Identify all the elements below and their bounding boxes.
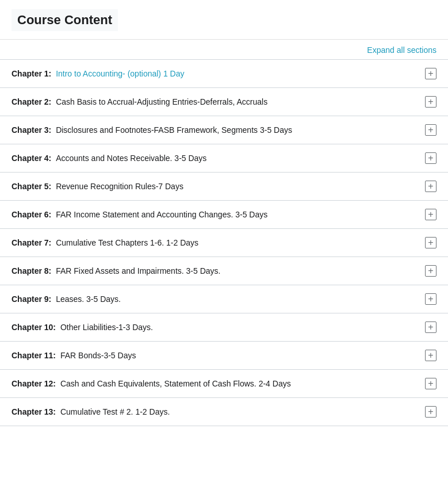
chapter-row[interactable]: Chapter 13: Cumulative Test # 2. 1-2 Day… xyxy=(0,398,448,426)
chapter-title: FAR Bonds-3-5 Days xyxy=(60,351,136,360)
chapter-label: Chapter 4: Accounts and Notes Receivable… xyxy=(12,154,418,163)
chapter-row[interactable]: Chapter 12: Cash and Cash Equivalents, S… xyxy=(0,370,448,398)
chapter-label: Chapter 12: Cash and Cash Equivalents, S… xyxy=(12,379,418,388)
chapter-row[interactable]: Chapter 10: Other Liabilities-1-3 Days.+ xyxy=(0,313,448,342)
page-title: Course Content xyxy=(12,9,118,31)
course-content-header: Course Content xyxy=(0,0,448,40)
chapter-label: Chapter 9: Leases. 3-5 Days. xyxy=(12,294,418,304)
chapter-label: Chapter 6: FAR Income Statement and Acco… xyxy=(12,210,418,219)
chapter-row[interactable]: Chapter 4: Accounts and Notes Receivable… xyxy=(0,144,448,173)
chapter-number: Chapter 5: xyxy=(12,182,53,191)
chapter-row[interactable]: Chapter 3: Disclosures and Footnotes-FAS… xyxy=(0,116,448,144)
chapter-title: Cumulative Test # 2. 1-2 Days. xyxy=(60,407,170,416)
expand-icon[interactable]: + xyxy=(425,152,436,164)
chapter-row[interactable]: Chapter 9: Leases. 3-5 Days.+ xyxy=(0,285,448,313)
chapter-number: Chapter 2: xyxy=(12,97,53,106)
chapter-title: Leases. 3-5 Days. xyxy=(56,294,121,304)
chapter-title: Accounts and Notes Receivable. 3-5 Days xyxy=(56,154,206,163)
chapter-number: Chapter 13: xyxy=(12,407,58,416)
chapter-number: Chapter 12: xyxy=(12,379,58,388)
expand-icon[interactable]: + xyxy=(425,406,436,418)
expand-icon[interactable]: + xyxy=(425,237,436,248)
expand-icon[interactable]: + xyxy=(425,378,436,389)
chapter-title: Other Liabilities-1-3 Days. xyxy=(60,323,153,332)
chapter-row[interactable]: Chapter 6: FAR Income Statement and Acco… xyxy=(0,201,448,229)
chapter-number: Chapter 8: xyxy=(12,266,53,275)
chapter-title: Disclosures and Footnotes-FASB Framework… xyxy=(56,125,292,135)
chapter-label: Chapter 5: Revenue Recognition Rules-7 D… xyxy=(12,182,418,191)
chapter-number: Chapter 7: xyxy=(12,238,53,247)
expand-icon[interactable]: + xyxy=(425,181,436,192)
chapter-row[interactable]: Chapter 2: Cash Basis to Accrual-Adjusti… xyxy=(0,88,448,116)
expand-icon[interactable]: + xyxy=(425,209,436,220)
chapter-title: Cash and Cash Equivalents, Statement of … xyxy=(60,379,291,388)
chapter-label: Chapter 7: Cumulative Test Chapters 1-6.… xyxy=(12,238,418,247)
chapters-list: Chapter 1: Intro to Accounting- (optiona… xyxy=(0,59,448,426)
chapter-number: Chapter 11: xyxy=(12,351,58,360)
expand-all-button[interactable]: Expand all sections xyxy=(367,45,436,55)
chapter-row[interactable]: Chapter 5: Revenue Recognition Rules-7 D… xyxy=(0,173,448,201)
chapter-number: Chapter 10: xyxy=(12,323,58,332)
chapter-title: Cumulative Test Chapters 1-6. 1-2 Days xyxy=(56,238,198,247)
chapter-title: Cash Basis to Accrual-Adjusting Entries-… xyxy=(56,97,267,106)
chapter-row[interactable]: Chapter 7: Cumulative Test Chapters 1-6.… xyxy=(0,229,448,257)
chapter-row[interactable]: Chapter 8: FAR Fixed Assets and Impairme… xyxy=(0,257,448,285)
chapter-number: Chapter 9: xyxy=(12,294,53,304)
expand-icon[interactable]: + xyxy=(425,68,436,79)
chapter-number: Chapter 1: xyxy=(12,69,53,78)
chapter-number: Chapter 3: xyxy=(12,125,53,135)
chapter-title-link[interactable]: Intro to Accounting- (optional) 1 Day xyxy=(56,69,184,78)
chapter-number: Chapter 4: xyxy=(12,154,53,163)
expand-all-row: Expand all sections xyxy=(0,40,448,59)
expand-icon[interactable]: + xyxy=(425,321,436,333)
chapter-label: Chapter 3: Disclosures and Footnotes-FAS… xyxy=(12,125,418,135)
chapter-title: Revenue Recognition Rules-7 Days xyxy=(56,182,183,191)
expand-icon[interactable]: + xyxy=(425,96,436,108)
course-content-panel: Course Content Expand all sections Chapt… xyxy=(0,0,448,426)
chapter-title: FAR Income Statement and Accounting Chan… xyxy=(56,210,267,219)
expand-icon[interactable]: + xyxy=(425,124,436,136)
expand-icon[interactable]: + xyxy=(425,350,436,361)
chapter-label: Chapter 10: Other Liabilities-1-3 Days. xyxy=(12,323,418,332)
chapter-row[interactable]: Chapter 1: Intro to Accounting- (optiona… xyxy=(0,60,448,88)
chapter-row[interactable]: Chapter 11: FAR Bonds-3-5 Days+ xyxy=(0,342,448,370)
chapter-title: FAR Fixed Assets and Impairments. 3-5 Da… xyxy=(56,266,220,275)
expand-icon[interactable]: + xyxy=(425,265,436,277)
chapter-label: Chapter 1: Intro to Accounting- (optiona… xyxy=(12,69,418,78)
chapter-label: Chapter 11: FAR Bonds-3-5 Days xyxy=(12,351,418,360)
chapter-number: Chapter 6: xyxy=(12,210,53,219)
chapter-label: Chapter 2: Cash Basis to Accrual-Adjusti… xyxy=(12,97,418,106)
chapter-label: Chapter 13: Cumulative Test # 2. 1-2 Day… xyxy=(12,407,418,416)
chapter-label: Chapter 8: FAR Fixed Assets and Impairme… xyxy=(12,266,418,275)
expand-icon[interactable]: + xyxy=(425,293,436,305)
